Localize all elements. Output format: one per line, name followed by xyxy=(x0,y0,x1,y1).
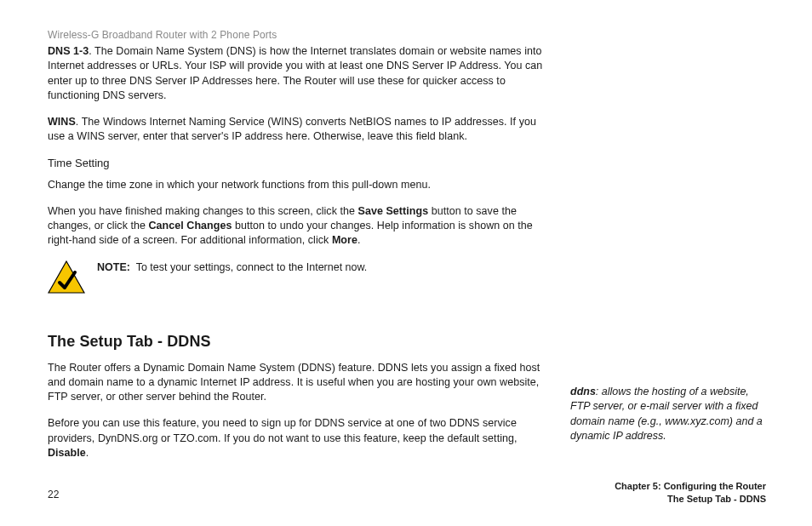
more-label: More xyxy=(332,234,357,246)
label-dns: DNS 1-3 xyxy=(48,45,89,57)
page-number: 22 xyxy=(48,489,59,500)
save-post: . xyxy=(357,234,361,246)
note-callout: NOTE: To test your settings, connect to … xyxy=(48,260,555,294)
cancel-changes-label: Cancel Changes xyxy=(149,220,232,232)
glossary-definition: ddns: allows the hosting of a website, F… xyxy=(570,385,766,443)
label-wins: WINS xyxy=(48,116,76,128)
ddns-p2-pre: Before you can use this feature, you nee… xyxy=(48,417,518,443)
text-dns: . The Domain Name System (DNS) is how th… xyxy=(48,45,542,101)
document-page: Wireless-G Broadband Router with 2 Phone… xyxy=(0,0,812,526)
paragraph-dns: DNS 1-3. The Domain Name System (DNS) is… xyxy=(48,44,555,103)
glossary-term: ddns xyxy=(570,386,596,397)
ddns-p2-post: . xyxy=(86,447,89,459)
section-title-ddns: The Setup Tab - DDNS xyxy=(48,333,555,351)
main-column: DNS 1-3. The Domain Name System (DNS) is… xyxy=(48,44,555,460)
save-settings-label: Save Settings xyxy=(358,205,429,217)
save-pre: When you have finished making changes to… xyxy=(48,205,358,217)
note-text: NOTE: To test your settings, connect to … xyxy=(97,260,367,273)
chapter-label: Chapter 5: Configuring the Router The Se… xyxy=(615,480,766,506)
text-wins: . The Windows Internet Naming Service (W… xyxy=(48,116,536,142)
warning-check-icon xyxy=(48,260,85,294)
paragraph-time: Change the time zone in which your netwo… xyxy=(48,178,555,192)
paragraph-ddns-2: Before you can use this feature, you nee… xyxy=(48,416,555,460)
paragraph-save: When you have finished making changes to… xyxy=(48,204,555,249)
glossary-text: : allows the hosting of a website, FTP s… xyxy=(570,386,763,442)
running-header: Wireless-G Broadband Router with 2 Phone… xyxy=(48,29,766,41)
note-body: To test your settings, connect to the In… xyxy=(136,261,368,273)
chapter-line-2: The Setup Tab - DDNS xyxy=(615,493,766,506)
paragraph-wins: WINS. The Windows Internet Naming Servic… xyxy=(48,115,555,145)
note-label: NOTE: xyxy=(97,261,130,273)
chapter-line-1: Chapter 5: Configuring the Router xyxy=(615,480,766,493)
subheading-time: Time Setting xyxy=(48,157,555,169)
paragraph-ddns-1: The Router offers a Dynamic Domain Name … xyxy=(48,361,555,405)
disable-label: Disable xyxy=(48,447,86,459)
